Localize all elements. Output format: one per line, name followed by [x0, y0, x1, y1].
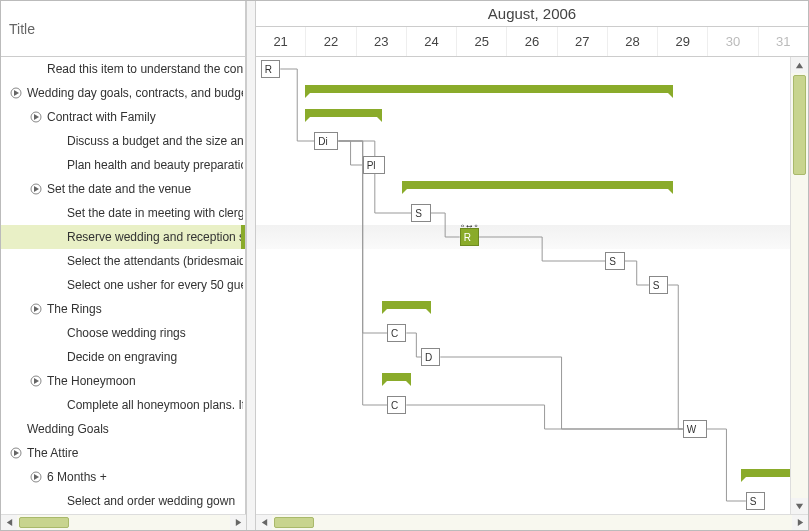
svg-marker-53 — [796, 62, 803, 67]
svg-marker-5 — [34, 186, 39, 192]
day-cell: 23 — [357, 27, 407, 56]
task-bar[interactable]: R◦↔◦ — [460, 228, 479, 246]
day-row: 2122232425262728293031 — [256, 27, 808, 56]
tree-row-label: The Rings — [47, 302, 102, 316]
day-cell: 31 — [759, 27, 808, 56]
tree-header: Title — [1, 1, 245, 57]
tree-row-label: The Honeymoon — [47, 374, 136, 388]
tree-row[interactable]: Contract with Family — [1, 105, 245, 129]
tree-row[interactable]: Decide on engraving — [1, 345, 245, 369]
chart-body[interactable]: RDiPlSR◦↔◦SSCDCWS — [256, 57, 808, 514]
task-bar[interactable]: Pl — [363, 156, 385, 174]
chart-horizontal-scrollbar[interactable] — [256, 514, 808, 530]
scroll-left-arrow[interactable] — [256, 515, 272, 530]
task-bar[interactable]: W — [683, 420, 707, 438]
task-bar[interactable]: S — [605, 252, 624, 270]
svg-marker-3 — [34, 114, 39, 120]
expander-icon[interactable] — [29, 110, 43, 124]
expander-placeholder — [49, 230, 63, 244]
scroll-right-arrow[interactable] — [792, 515, 808, 530]
tree-row[interactable]: Complete all honeymoon plans. If traveli… — [1, 393, 245, 417]
tree-row[interactable]: Plan health and beauty preparation — [1, 153, 245, 177]
task-bar[interactable]: S — [411, 204, 430, 222]
task-bar[interactable]: S — [649, 276, 668, 294]
expander-placeholder — [49, 206, 63, 220]
tree-row-label: Select and order wedding gown — [67, 494, 235, 508]
task-tree[interactable]: Read this item to understand the context… — [1, 57, 245, 514]
scroll-thumb[interactable] — [19, 517, 69, 528]
task-bar[interactable]: R — [261, 60, 280, 78]
task-bar[interactable]: C — [387, 324, 406, 342]
expander-placeholder — [49, 326, 63, 340]
task-bar[interactable]: D — [421, 348, 440, 366]
summary-bar[interactable] — [382, 373, 411, 381]
expander-placeholder — [49, 254, 63, 268]
summary-bar[interactable] — [305, 85, 674, 93]
tree-row[interactable]: Set the date in meeting with clergy — [1, 201, 245, 225]
tree-row-label: Plan health and beauty preparation — [67, 158, 243, 172]
tree-row[interactable]: Wedding day goals, contracts, and budget — [1, 81, 245, 105]
tree-row[interactable]: Wedding Goals — [1, 417, 245, 441]
tree-row[interactable]: Select and order wedding gown — [1, 489, 245, 513]
expander-icon[interactable] — [29, 374, 43, 388]
day-cell: 30 — [708, 27, 758, 56]
scroll-down-arrow[interactable] — [791, 498, 808, 514]
svg-marker-1 — [14, 90, 19, 96]
svg-marker-9 — [34, 378, 39, 384]
scroll-thumb[interactable] — [793, 75, 806, 175]
svg-marker-57 — [261, 519, 266, 526]
summary-bar[interactable] — [305, 109, 383, 117]
vertical-scrollbar[interactable] — [790, 57, 808, 514]
expander-icon[interactable] — [29, 302, 43, 316]
tree-row[interactable]: The Attire — [1, 441, 245, 465]
tree-row[interactable]: Select the attendants (bridesmaids — [1, 249, 245, 273]
tree-row[interactable]: Reserve wedding and reception sites — [1, 225, 245, 249]
scroll-right-arrow[interactable] — [230, 515, 246, 530]
expander-icon[interactable] — [29, 182, 43, 196]
scroll-up-arrow[interactable] — [791, 57, 808, 73]
tree-row[interactable]: Discuss a budget and the size and style — [1, 129, 245, 153]
summary-bar[interactable] — [382, 301, 431, 309]
day-cell: 27 — [558, 27, 608, 56]
tree-row-label: Contract with Family — [47, 110, 156, 124]
task-bar[interactable]: Di — [314, 132, 338, 150]
tree-row[interactable]: Choose wedding rings — [1, 321, 245, 345]
tree-row[interactable]: The Honeymoon — [1, 369, 245, 393]
tree-row-label: Wedding Goals — [27, 422, 109, 436]
tree-row[interactable]: Set the date and the venue — [1, 177, 245, 201]
svg-marker-11 — [14, 450, 19, 456]
tree-row-label: The Attire — [27, 446, 78, 460]
expander-icon[interactable] — [9, 446, 23, 460]
task-bar[interactable]: C — [387, 396, 406, 414]
tree-row[interactable]: 6 Months + — [1, 465, 245, 489]
expander-placeholder — [49, 350, 63, 364]
splitter[interactable] — [246, 1, 256, 530]
tree-row-label: Reserve wedding and reception sites — [67, 230, 243, 244]
tree-row-label: Discuss a budget and the size and style — [67, 134, 243, 148]
expander-icon[interactable] — [29, 470, 43, 484]
month-label: August, 2006 — [256, 1, 808, 27]
expander-icon[interactable] — [9, 86, 23, 100]
scroll-thumb[interactable] — [274, 517, 314, 528]
svg-marker-7 — [34, 306, 39, 312]
tree-row-label: 6 Months + — [47, 470, 107, 484]
expander-placeholder — [49, 134, 63, 148]
scroll-left-arrow[interactable] — [1, 515, 17, 530]
tree-row[interactable]: The Rings — [1, 297, 245, 321]
summary-bar[interactable] — [402, 181, 674, 189]
expander-placeholder — [49, 494, 63, 508]
day-cell: 24 — [407, 27, 457, 56]
tree-row-label: Select one usher for every 50 guests — [67, 278, 243, 292]
tree-horizontal-scrollbar[interactable] — [1, 514, 246, 530]
task-bar[interactable]: S — [746, 492, 765, 510]
tree-row[interactable]: Select one usher for every 50 guests — [1, 273, 245, 297]
expander-placeholder — [49, 398, 63, 412]
tree-row-label: Choose wedding rings — [67, 326, 186, 340]
resize-handle-icon[interactable]: ◦↔◦ — [461, 220, 478, 231]
tree-row[interactable]: Read this item to understand the context… — [1, 57, 245, 81]
day-cell: 28 — [608, 27, 658, 56]
timeline-header: August, 2006 2122232425262728293031 — [256, 1, 808, 57]
tree-row-label: Decide on engraving — [67, 350, 177, 364]
svg-marker-54 — [796, 503, 803, 508]
tree-row-label: Complete all honeymoon plans. If traveli… — [67, 398, 243, 412]
